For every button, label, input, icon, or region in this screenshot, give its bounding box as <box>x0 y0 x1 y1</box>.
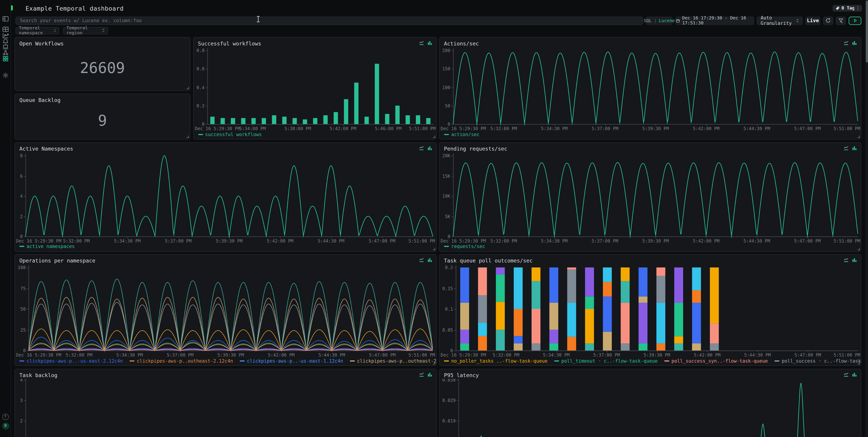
panel-open-workflows[interactable]: Open Workflows 26609 <box>14 37 191 91</box>
panel-successful-workflows[interactable]: Successful workflows successful workflow… <box>193 37 436 139</box>
filter-temporal-namespace[interactable]: Temporal namespace <box>16 27 59 34</box>
live-label: Live <box>807 18 819 23</box>
kebab-menu-icon[interactable]: ⋮ <box>854 5 862 12</box>
date-range-label: Dec 16 17:29:30 - Dec 16 17:51:30 <box>682 15 753 26</box>
collapse-sidebar-icon[interactable] <box>2 15 9 22</box>
chevron-updown-icon <box>102 28 105 33</box>
line-chart-canvas[interactable] <box>440 378 862 437</box>
legend-label: clickpipes-aws-p..outheast-2.12c4n <box>137 358 233 363</box>
refresh-button[interactable] <box>823 16 833 25</box>
legend-item[interactable]: successful workflows <box>198 132 262 137</box>
play-icon <box>852 18 858 23</box>
page-scrollbar[interactable] <box>865 0 868 437</box>
query-mode-toggle[interactable]: SQL | Lucene <box>646 16 673 25</box>
multi-line-chart-canvas[interactable] <box>16 264 436 357</box>
line-chart-toggle-icon[interactable] <box>844 372 848 377</box>
line-chart-toggle-icon[interactable] <box>419 257 424 262</box>
filter-temporal-region[interactable]: Temporal region <box>63 27 108 34</box>
panel-task-backlog[interactable]: Task backlog <box>14 369 436 437</box>
legend-item[interactable]: clickpipes-aws-p..-us-east-1.12c4n <box>240 358 343 363</box>
mode-sql-label[interactable]: SQL <box>644 18 652 23</box>
mode-lucene-label[interactable]: Lucene <box>659 18 675 23</box>
line-chart-canvas[interactable] <box>440 152 862 243</box>
panel-p95-latency[interactable]: P95 latency <box>439 369 862 437</box>
granularity-select[interactable]: Auto Granularity <box>757 16 803 25</box>
line-chart-canvas[interactable] <box>16 378 436 437</box>
panel-pending-requests[interactable]: Pending requests/sec requests/sec <box>439 142 862 252</box>
filter-icon <box>838 18 844 23</box>
bar-chart-toggle-icon[interactable] <box>852 257 857 262</box>
line-chart-toggle-icon[interactable] <box>419 372 424 377</box>
live-button[interactable]: Live <box>805 16 820 25</box>
legend-dash-icon <box>350 360 355 361</box>
panel-operations-per-namespace[interactable]: Operations per namespace clickpipes-aws-… <box>14 254 436 366</box>
panel-active-namespaces[interactable]: Active Namespaces active namespaces <box>14 142 436 252</box>
legend-label: poll_timeout · c..-flow-task-queue <box>561 358 657 363</box>
bar-chart-toggle-icon[interactable] <box>852 145 857 150</box>
settings-icon[interactable] <box>2 72 9 79</box>
legend-label: action/sec <box>451 132 479 137</box>
legend-item[interactable]: requests/sec <box>444 244 485 249</box>
search-input[interactable] <box>16 16 643 25</box>
panel-queue-backlog[interactable]: Queue Backlog 9 <box>14 93 191 139</box>
bar-chart-toggle-icon[interactable] <box>427 372 432 377</box>
legend-item[interactable]: action/sec <box>444 132 479 137</box>
scrollbar-thumb[interactable] <box>866 0 868 62</box>
panel-title: Operations per namespace <box>20 257 95 263</box>
user-avatar[interactable]: D <box>2 423 9 430</box>
bar-chart-canvas[interactable] <box>194 47 436 131</box>
legend-label: clickpipes-aws-p..outheast-2.12c4n <box>357 358 436 363</box>
line-chart-toggle-icon[interactable] <box>419 40 424 45</box>
panel-title: Queue Backlog <box>20 97 61 103</box>
legend-item[interactable]: active namespaces <box>20 244 75 249</box>
resize-handle[interactable] <box>857 248 860 250</box>
help-label: ? <box>4 414 6 419</box>
legend-item[interactable]: poll_success · c..-flow-task-queue <box>774 358 861 363</box>
bar-chart-toggle-icon[interactable] <box>427 257 432 262</box>
line-chart-toggle-icon[interactable] <box>844 257 848 262</box>
legend-dash-icon <box>20 246 24 247</box>
legend-item[interactable]: clickpipes-aws-p..outheast-2.12c4n <box>350 358 436 363</box>
panel-actions-per-sec[interactable]: Actions/sec action/sec <box>439 37 862 139</box>
legend-item[interactable]: poll_success_syn..-flow-task-queue <box>664 358 768 363</box>
help-button[interactable]: ? <box>2 413 8 420</box>
resize-handle[interactable] <box>186 136 189 138</box>
stacked-bar-chart-canvas[interactable] <box>440 264 862 357</box>
bar-chart-toggle-icon[interactable] <box>427 145 432 150</box>
line-chart-canvas[interactable] <box>16 152 436 243</box>
filter-button[interactable] <box>836 16 846 25</box>
views-icon[interactable] <box>2 26 9 33</box>
line-chart-toggle-icon[interactable] <box>419 145 424 150</box>
legend-item[interactable]: poll_timeout · c..-flow-task-queue <box>554 358 657 363</box>
bar-chart-toggle-icon[interactable] <box>427 40 432 45</box>
panel-title: Pending requests/sec <box>444 145 507 152</box>
dashboards-icon[interactable] <box>2 55 9 62</box>
legend-label: no_poller_tasks ..-flow-task-queue <box>451 358 548 363</box>
line-chart-toggle-icon[interactable] <box>844 145 848 150</box>
resize-handle[interactable] <box>186 87 189 89</box>
date-range-picker[interactable]: Dec 16 17:29:30 - Dec 16 17:51:30 <box>675 16 754 25</box>
run-query-button[interactable] <box>848 16 861 25</box>
bar-chart-toggle-icon[interactable] <box>852 372 857 377</box>
bar-chart-toggle-icon[interactable] <box>852 40 857 45</box>
legend-label: requests/sec <box>451 244 485 249</box>
panel-title: Task queue poll outcomes/sec <box>444 257 532 263</box>
legend-item[interactable]: clickpipes-aws-p..-us-east-2.12c4n <box>20 358 123 363</box>
avatar-label: D <box>4 424 6 428</box>
legend-dash-icon <box>198 134 203 135</box>
chart-legend: requests/sec <box>444 244 485 249</box>
legend-item[interactable]: no_poller_tasks ..-flow-task-queue <box>444 358 548 363</box>
chevron-updown-icon <box>796 18 799 23</box>
line-chart-toggle-icon[interactable] <box>844 40 848 45</box>
panel-task-queue-poll-outcomes[interactable]: Task queue poll outcomes/sec no_poller_t… <box>439 254 862 366</box>
resize-handle[interactable] <box>857 136 860 138</box>
resize-handle[interactable] <box>433 248 435 250</box>
chevron-updown-icon <box>54 28 56 33</box>
filter-region-label: Temporal region <box>66 26 102 35</box>
stat-value: 9 <box>15 101 190 139</box>
legend-item[interactable]: clickpipes-aws-p..outheast-2.12c4n <box>129 358 233 363</box>
resize-handle[interactable] <box>433 136 435 138</box>
line-chart-canvas[interactable] <box>440 47 862 131</box>
legend-dash-icon <box>444 246 449 247</box>
chart-legend: clickpipes-aws-p..-us-east-2.12c4nclickp… <box>20 358 436 363</box>
